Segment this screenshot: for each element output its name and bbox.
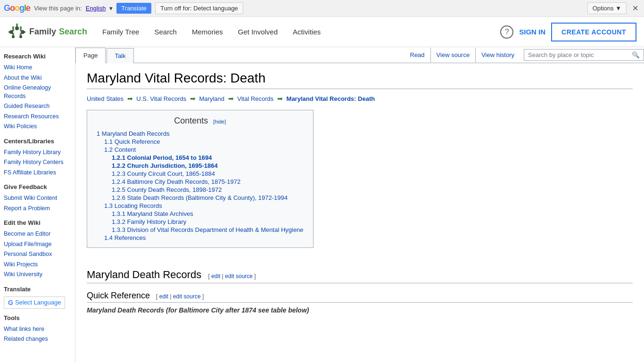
breadcrumb-arrow-2: ➡: [190, 95, 196, 102]
nav-links: Family Tree Search Memories Get Involved…: [95, 18, 500, 45]
create-account-button[interactable]: CREATE ACCOUNT: [551, 23, 636, 41]
sidebar-item-wiki-home[interactable]: Wiki Home: [4, 63, 71, 73]
sidebar-item-research-resources[interactable]: Research Resources: [4, 112, 71, 122]
toc-link-1-2-1[interactable]: 1.2.1 Colonial Period, 1654 to 1694: [112, 154, 212, 161]
sidebar-item-guided-research[interactable]: Guided Research: [4, 101, 71, 112]
toc-item-1-2-6: 1.2.6 State Death Records (Baltimore Cit…: [97, 194, 304, 202]
toc-link-1-2[interactable]: 1.2 Content: [104, 146, 136, 153]
sign-in-link[interactable]: SIGN IN: [519, 28, 545, 36]
toc-link-1-3[interactable]: 1.3 Locating Records: [104, 202, 162, 209]
sidebar-item-related-changes[interactable]: Related changes: [4, 334, 71, 345]
section-death-records: Maryland Death Records [ edit | edit sou…: [87, 269, 633, 283]
toc-link-1-2-3[interactable]: 1.2.3 County Circuit Court, 1865-1884: [112, 170, 215, 177]
edit-link-2[interactable]: edit: [159, 293, 168, 300]
translate-section: G Select Language: [4, 296, 71, 309]
toc-link-1-3-3[interactable]: 1.3.3 Division of Vital Records Departme…: [112, 226, 304, 233]
sidebar-item-about-wiki[interactable]: About the Wiki: [4, 73, 71, 83]
breadcrumb-vital-records-md[interactable]: Vital Records: [237, 95, 273, 102]
logo[interactable]: FamilySearch: [8, 23, 87, 41]
breadcrumb-maryland[interactable]: Maryland: [199, 95, 224, 102]
svg-rect-3: [12, 26, 14, 31]
toc-title: Contents [hide]: [97, 116, 304, 126]
sidebar-item-become-editor[interactable]: Become an Editor: [4, 229, 71, 239]
sidebar-item-wiki-university[interactable]: Wiki University: [4, 270, 71, 280]
tab-page[interactable]: Page: [75, 48, 106, 63]
turnoff-button[interactable]: Turn off for: Detect language: [155, 2, 243, 14]
toc-item-1-2-4: 1.2.4 Baltimore City Death Records, 1875…: [97, 178, 304, 186]
edit-source-link-1[interactable]: edit source: [225, 273, 253, 280]
toc-hide-link[interactable]: [hide]: [213, 119, 226, 124]
google-logo: Google: [4, 3, 30, 13]
sidebar-item-family-history-library[interactable]: Family History Library: [4, 148, 71, 158]
toc-link-1-2-2[interactable]: 1.2.2 Church Jurisdiction, 1695-1864: [112, 162, 218, 169]
toc-link-1[interactable]: 1 Maryland Death Records: [97, 130, 170, 137]
tab-read[interactable]: Read: [405, 48, 430, 62]
logo-family: Family: [29, 27, 56, 37]
search-button[interactable]: 🔍: [628, 49, 644, 60]
nav-memories[interactable]: Memories: [184, 18, 231, 45]
search-box: 🔍: [524, 49, 644, 61]
sidebar-section-research-wiki: Research Wiki: [4, 53, 71, 60]
help-icon[interactable]: ?: [500, 25, 513, 39]
nav-activities[interactable]: Activities: [285, 18, 328, 45]
sidebar-item-personal-sandbox[interactable]: Personal Sandbox: [4, 249, 71, 260]
svg-point-7: [15, 26, 19, 30]
toc-link-1-4[interactable]: 1.4 References: [104, 234, 146, 241]
sidebar-item-fs-affiliate[interactable]: FS Affiliate Libraries: [4, 168, 71, 178]
sidebar-item-wiki-policies[interactable]: Wiki Policies: [4, 122, 71, 132]
breadcrumb-vital-records[interactable]: U.S. Vital Records: [136, 95, 186, 102]
nav-search[interactable]: Search: [147, 18, 184, 45]
toc-box: Contents [hide] 1 Maryland Death Records…: [87, 110, 314, 248]
toc-item-1-4: 1.4 References: [97, 234, 304, 242]
sidebar-section-tools: Tools: [4, 314, 71, 321]
sidebar-section-edit-wiki: Edit the Wiki: [4, 219, 71, 226]
translate-bar: Google View this page in: English ▾ Tran…: [0, 0, 644, 17]
sidebar-item-upload-file[interactable]: Upload File/Image: [4, 239, 71, 250]
sidebar-section-give-feedback: Give Feedback: [4, 183, 71, 190]
close-button[interactable]: ✕: [630, 4, 640, 13]
toc-link-1-2-4[interactable]: 1.2.4 Baltimore City Death Records, 1875…: [112, 178, 240, 185]
breadcrumb-arrow-3: ➡: [228, 95, 234, 102]
svg-point-11: [19, 35, 22, 38]
toc-link-1-3-2[interactable]: 1.3.2 Family History Library: [112, 218, 186, 225]
edit-source-link-2[interactable]: edit source: [173, 293, 201, 300]
page-title: Maryland Vital Records: Death: [87, 71, 633, 89]
translate-button[interactable]: Translate: [116, 3, 151, 14]
select-language-button[interactable]: G Select Language: [4, 296, 65, 309]
main-nav: FamilySearch Family Tree Search Memories…: [0, 17, 644, 47]
sidebar-item-family-history-centers[interactable]: Family History Centers: [4, 157, 71, 168]
toc-link-1-3-1[interactable]: 1.3.1 Maryland State Archives: [112, 210, 193, 217]
section-quick-reference: Quick Reference [ edit | edit source ]: [87, 291, 633, 303]
view-page-text: View this page in:: [34, 5, 82, 12]
toc-item-1-2-5: 1.2.5 County Death Records, 1898-1972: [97, 186, 304, 194]
toc-item-1-2-3: 1.2.3 County Circuit Court, 1865-1884: [97, 170, 304, 178]
nav-family-tree[interactable]: Family Tree: [95, 18, 147, 45]
breadcrumb-arrow-1: ➡: [127, 95, 133, 102]
edit-links-1: [ edit | edit source ]: [208, 273, 256, 280]
svg-point-9: [21, 30, 25, 34]
tab-talk[interactable]: Talk: [107, 48, 133, 63]
breadcrumb-arrow-4: ➡: [277, 95, 283, 102]
toc-link-1-1[interactable]: 1.1 Quick Reference: [104, 138, 160, 145]
sidebar: Research Wiki Wiki Home About the Wiki O…: [0, 47, 75, 362]
breadcrumb-us[interactable]: United States: [87, 95, 124, 102]
nav-right: ? SIGN IN CREATE ACCOUNT: [500, 23, 636, 41]
options-button[interactable]: Options ▼: [587, 2, 627, 14]
toc-item-1-2-2: 1.2.2 Church Jurisdiction, 1695-1864: [97, 162, 304, 170]
sidebar-item-what-links-here[interactable]: What links here: [4, 324, 71, 335]
tab-view-source[interactable]: View source: [430, 48, 476, 62]
toc-item-1-1: 1.1 Quick Reference: [97, 138, 304, 146]
edit-link-1[interactable]: edit: [211, 273, 220, 280]
language-link[interactable]: English: [86, 5, 106, 12]
nav-get-involved[interactable]: Get Involved: [231, 18, 285, 45]
search-input[interactable]: [524, 49, 628, 60]
toc-link-1-2-5[interactable]: 1.2.5 County Death Records, 1898-1972: [112, 186, 222, 193]
sidebar-item-submit-wiki[interactable]: Submit Wiki Content: [4, 193, 71, 204]
sidebar-section-translate: Translate: [4, 286, 71, 293]
sidebar-item-wiki-projects[interactable]: Wiki Projects: [4, 260, 71, 270]
sidebar-item-online-genealogy[interactable]: Online Genealogy Records: [4, 83, 71, 101]
toc-link-1-2-6[interactable]: 1.2.6 State Death Records (Baltimore Cit…: [112, 194, 288, 201]
tab-view-history[interactable]: View history: [475, 48, 520, 62]
sidebar-item-report-problem[interactable]: Report a Problem: [4, 204, 71, 214]
toc-item-1-2-1: 1.2.1 Colonial Period, 1654 to 1694: [97, 154, 304, 162]
